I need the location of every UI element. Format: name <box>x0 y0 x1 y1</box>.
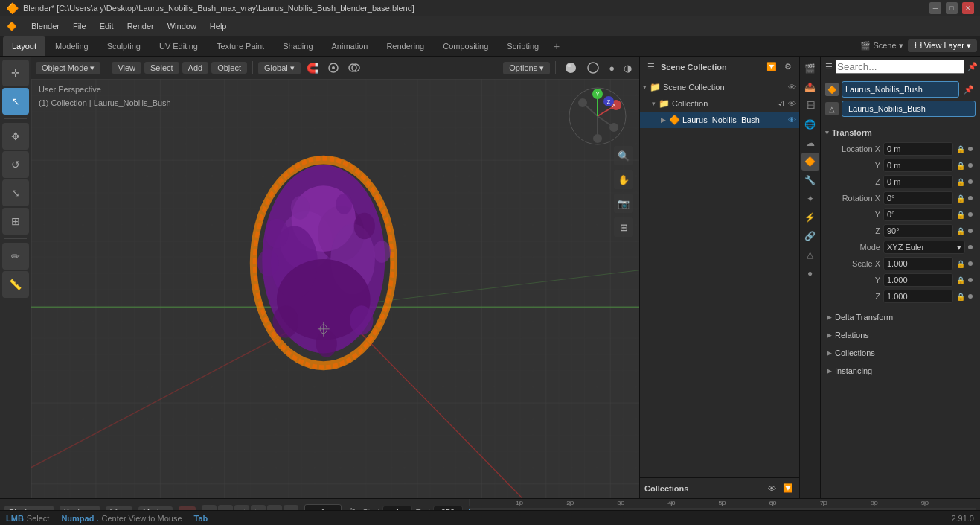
rotation-y-lock[interactable]: 🔒 <box>956 211 965 219</box>
mode-selector-prop[interactable]: XYZ Euler ▾ <box>883 241 965 254</box>
location-z-value[interactable]: 0 m <box>883 175 953 188</box>
outliner-settings-icon[interactable]: ⚙ <box>781 60 795 74</box>
location-y-lock[interactable]: 🔒 <box>956 162 965 170</box>
scale-y-lock[interactable]: 🔒 <box>956 276 965 284</box>
select-tool-btn[interactable]: ↖ <box>2 88 29 115</box>
collection-row[interactable]: ▾ 📁 Collection ☑ 👁 <box>640 95 799 112</box>
props-search-input[interactable] <box>836 60 964 74</box>
rendered-preview-btn[interactable]: ◑ <box>621 61 635 75</box>
scale-x-lock[interactable]: 🔒 <box>956 260 965 268</box>
relations-row[interactable]: ▶ Relations <box>821 326 980 344</box>
rotation-y-value[interactable]: 0° <box>883 208 953 221</box>
props-object-icon[interactable]: 🔶 <box>801 153 819 171</box>
collection-eye[interactable]: 👁 <box>788 99 796 108</box>
scene-collection-eye[interactable]: 👁 <box>788 83 796 92</box>
props-world-icon[interactable]: ☁ <box>801 134 819 152</box>
menu-help[interactable]: Help <box>204 20 233 32</box>
scene-dropdown[interactable]: 🎬 Scene ▾ <box>860 41 903 51</box>
tab-shading[interactable]: Shading <box>274 36 321 56</box>
location-y-value[interactable]: 0 m <box>883 159 953 172</box>
viewport-pan-icon[interactable]: ✋ <box>614 170 633 189</box>
mode-selector[interactable]: Object Mode ▾ <box>36 62 100 74</box>
rotation-z-value[interactable]: 90° <box>883 224 953 238</box>
collections-row[interactable]: ▶ Collections <box>821 344 980 362</box>
tab-rendering[interactable]: Rendering <box>377 36 433 56</box>
scale-x-value[interactable]: 1.000 <box>883 257 953 270</box>
instancing-row[interactable]: ▶ Instancing <box>821 362 980 380</box>
snap-icon[interactable]: 🧲 <box>304 61 321 75</box>
rotation-x-value[interactable]: 0° <box>883 191 953 205</box>
options-btn[interactable]: Options ▾ <box>503 62 550 74</box>
cursor-tool-btn[interactable]: ✛ <box>2 60 29 86</box>
object-name-input[interactable] <box>842 81 959 98</box>
menu-edit[interactable]: Edit <box>94 20 120 32</box>
viewport-zoom-icon[interactable]: 🔍 <box>614 146 633 165</box>
add-menu[interactable]: Add <box>182 62 209 74</box>
measure-tool-btn[interactable]: 📏 <box>2 271 29 298</box>
delta-transform-row[interactable]: ▶ Delta Transform <box>821 308 980 326</box>
props-view-layer-icon[interactable]: 🎞 <box>801 97 819 115</box>
props-pin-icon[interactable]: 📌 <box>967 60 978 74</box>
scale-z-lock[interactable]: 🔒 <box>956 293 965 301</box>
props-output-icon[interactable]: 📤 <box>801 78 819 96</box>
maximize-btn[interactable]: □ <box>946 2 958 14</box>
laurus-row[interactable]: ▶ 🔶 Laurus_Nobilis_Bush 👁 <box>640 112 799 128</box>
props-modifier-icon[interactable]: 🔧 <box>801 171 819 189</box>
object-menu[interactable]: Object <box>211 62 247 74</box>
minimize-btn[interactable]: ─ <box>929 2 941 14</box>
props-material-icon[interactable]: ● <box>801 264 819 282</box>
overlay-icon[interactable] <box>345 60 363 75</box>
props-menu-icon[interactable]: ☰ <box>825 60 833 74</box>
viewport[interactable]: Object Mode ▾ View Select Add Object Glo… <box>31 57 639 498</box>
props-data-icon[interactable]: △ <box>801 246 819 264</box>
tab-scripting[interactable]: Scripting <box>498 36 548 56</box>
wireframe-btn[interactable] <box>583 60 603 76</box>
rotation-z-lock[interactable]: 🔒 <box>956 227 965 235</box>
tab-sculpting[interactable]: Sculpting <box>98 36 150 56</box>
laurus-eye[interactable]: 👁 <box>788 115 796 124</box>
viewport-grid-icon[interactable]: ⊞ <box>614 217 633 237</box>
collection-checkbox[interactable]: ☑ <box>777 99 784 109</box>
mesh-name-display[interactable]: Laurus_Nobilis_Bush <box>842 101 976 117</box>
props-render-icon[interactable]: 🎬 <box>801 60 819 77</box>
viewport-camera-icon[interactable]: 📷 <box>614 194 633 213</box>
scale-z-value[interactable]: 1.000 <box>883 290 953 303</box>
navigation-gizmo[interactable]: X Y Z <box>568 86 627 146</box>
collections-filter[interactable]: 🔽 <box>781 482 795 495</box>
transform-header[interactable]: ▾ Transform <box>825 124 976 141</box>
viewlayer-dropdown[interactable]: 🎞 View Layer ▾ <box>908 39 977 52</box>
view-menu[interactable]: View <box>112 62 141 74</box>
props-particles-icon[interactable]: ✦ <box>801 190 819 208</box>
select-menu[interactable]: Select <box>144 62 179 74</box>
location-x-value[interactable]: 0 m <box>883 142 953 156</box>
menu-window[interactable]: Window <box>161 20 202 32</box>
transform-tool-btn[interactable]: ⊞ <box>2 208 29 235</box>
menu-render[interactable]: Render <box>121 20 160 32</box>
tab-layout[interactable]: Layout <box>3 36 45 56</box>
rotate-tool-btn[interactable]: ↺ <box>2 151 29 178</box>
tab-compositing[interactable]: Compositing <box>434 36 497 56</box>
props-constraints-icon[interactable]: 🔗 <box>801 227 819 245</box>
tab-uv-editing[interactable]: UV Editing <box>150 36 207 56</box>
material-preview-btn[interactable]: ● <box>606 61 618 75</box>
scene-collection-row[interactable]: ▾ 📁 Scene Collection 👁 <box>640 79 799 95</box>
tab-animation[interactable]: Animation <box>323 36 377 56</box>
props-physics-icon[interactable]: ⚡ <box>801 209 819 226</box>
scale-tool-btn[interactable]: ⤡ <box>2 179 29 206</box>
rotation-x-lock[interactable]: 🔒 <box>956 194 965 203</box>
menu-blender[interactable]: Blender <box>25 20 65 32</box>
outliner-filter-icon[interactable]: 🔽 <box>765 60 778 74</box>
outliner-menu-icon[interactable]: ☰ <box>644 60 658 74</box>
close-btn[interactable]: ✕ <box>962 2 974 14</box>
transform-selector[interactable]: Global ▾ <box>258 62 301 74</box>
tab-texture-paint[interactable]: Texture Paint <box>208 36 273 56</box>
props-scene-icon[interactable]: 🌐 <box>801 115 819 133</box>
menu-file[interactable]: File <box>67 20 92 32</box>
add-tab-btn[interactable]: + <box>548 38 565 54</box>
move-tool-btn[interactable]: ✥ <box>2 123 29 150</box>
annotate-tool-btn[interactable]: ✏ <box>2 243 29 270</box>
tab-modeling[interactable]: Modeling <box>46 36 97 56</box>
obj-pin-btn[interactable]: 📌 <box>962 83 976 96</box>
location-x-lock[interactable]: 🔒 <box>956 145 965 153</box>
location-z-lock[interactable]: 🔒 <box>956 178 965 186</box>
